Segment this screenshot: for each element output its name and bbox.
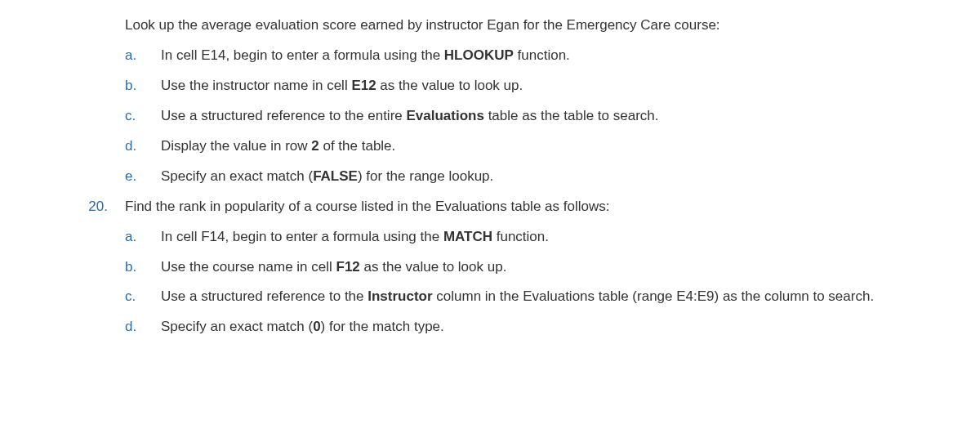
text-bold: 2 xyxy=(311,138,318,154)
sub-letter: c. xyxy=(125,288,148,306)
sub-body: Use a structured reference to the entire… xyxy=(148,107,898,126)
text-pre: Use a structured reference to the entire xyxy=(161,108,407,123)
sub-item-c: c. Use a structured reference to the ent… xyxy=(125,107,898,126)
sub-body: Specify an exact match (0) for the match… xyxy=(148,318,898,337)
sub-letter: c. xyxy=(125,107,148,126)
sub-body: In cell E14, begin to enter a formula us… xyxy=(148,47,898,65)
text-pre: Specify an exact match ( xyxy=(161,319,313,334)
sub-letter: a. xyxy=(125,228,148,247)
sublist-q1: a. In cell E14, begin to enter a formula… xyxy=(125,47,898,186)
sub-body: Specify an exact match (FALSE) for the r… xyxy=(148,168,898,186)
sub-letter: b. xyxy=(125,77,148,96)
sub-item-a: a. In cell F14, begin to enter a formula… xyxy=(125,228,898,247)
text-pre: Use the course name in cell xyxy=(161,259,336,275)
sub-item-e: e. Specify an exact match (FALSE) for th… xyxy=(125,168,898,186)
text-pre: Use a structured reference to the xyxy=(161,288,368,304)
sub-item-b: b. Use the course name in cell F12 as th… xyxy=(125,258,898,277)
text-bold: HLOOKUP xyxy=(444,47,514,63)
sublist-q2: a. In cell F14, begin to enter a formula… xyxy=(125,228,898,337)
sub-item-a: a. In cell E14, begin to enter a formula… xyxy=(125,47,898,65)
text-bold: E12 xyxy=(351,78,376,93)
text-pre: In cell E14, begin to enter a formula us… xyxy=(161,47,444,63)
text-bold: MATCH xyxy=(443,229,492,244)
text-post: of the table. xyxy=(319,138,396,154)
intro-text: Look up the average evaluation score ear… xyxy=(125,17,720,33)
sub-letter: e. xyxy=(125,168,148,186)
sub-letter: d. xyxy=(125,318,148,337)
sub-body: Use a structured reference to the Instru… xyxy=(148,288,898,306)
text-bold: FALSE xyxy=(313,168,358,184)
text-post: table as the table to search. xyxy=(484,108,659,123)
text-post: as the value to look up. xyxy=(376,78,523,93)
sub-letter: d. xyxy=(125,137,148,156)
text-pre: Specify an exact match ( xyxy=(161,168,313,184)
text-bold: Evaluations xyxy=(407,108,484,123)
text-post: ) for the range lookup. xyxy=(358,168,493,184)
text-pre: In cell F14, begin to enter a formula us… xyxy=(161,229,443,244)
text-bold: 0 xyxy=(313,319,320,334)
text-bold: Instructor xyxy=(368,288,432,304)
sub-item-d: d. Specify an exact match (0) for the ma… xyxy=(125,318,898,337)
sub-item-b: b. Use the instructor name in cell E12 a… xyxy=(125,77,898,96)
sub-letter: a. xyxy=(125,47,148,65)
question-20: 20. Find the rank in popularity of a cou… xyxy=(82,198,898,217)
text-pre: Display the value in row xyxy=(161,138,311,154)
sub-letter: b. xyxy=(125,258,148,277)
sub-body: Use the instructor name in cell E12 as t… xyxy=(148,77,898,96)
text-bold: F12 xyxy=(336,259,360,275)
text-post: ) for the match type. xyxy=(321,319,444,334)
sub-body: In cell F14, begin to enter a formula us… xyxy=(148,228,898,247)
sub-item-d: d. Display the value in row 2 of the tab… xyxy=(125,137,898,156)
text-post: column in the Evaluations table (range E… xyxy=(433,288,875,304)
text-post: function. xyxy=(514,47,570,63)
sub-item-c: c. Use a structured reference to the Ins… xyxy=(125,288,898,306)
question-intro: Look up the average evaluation score ear… xyxy=(125,16,898,35)
text-pre: Use the instructor name in cell xyxy=(161,78,351,93)
question-number: 20. xyxy=(82,198,114,217)
text-post: as the value to look up. xyxy=(360,259,507,275)
text-post: function. xyxy=(492,229,549,244)
sub-body: Use the course name in cell F12 as the v… xyxy=(148,258,898,277)
sub-body: Display the value in row 2 of the table. xyxy=(148,137,898,156)
question-body: Find the rank in popularity of a course … xyxy=(114,198,898,217)
